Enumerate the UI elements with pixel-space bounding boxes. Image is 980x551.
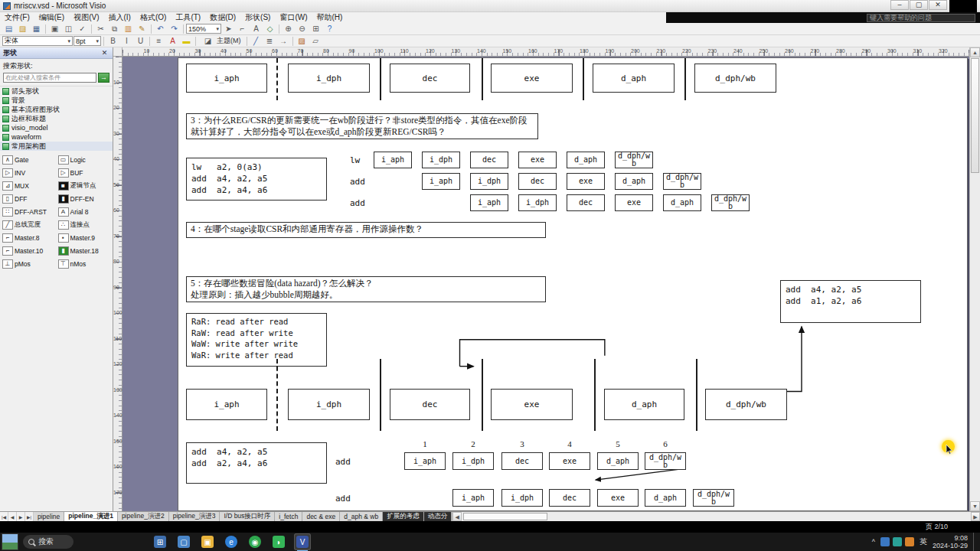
- pipe-stage-d-aph[interactable]: d_aph: [597, 452, 639, 470]
- pipe-stage-dec[interactable]: dec: [549, 489, 590, 507]
- tray-expand-icon[interactable]: ^: [872, 538, 875, 546]
- stencil-item[interactable]: ▮DFF-EN: [57, 192, 113, 205]
- stencil-item[interactable]: ⌐Master.10: [1, 244, 57, 257]
- stencil-item[interactable]: ╱总线宽度: [1, 218, 57, 231]
- menu-item[interactable]: 插入(I): [103, 12, 135, 23]
- stencil-item[interactable]: ∴连接点: [57, 218, 113, 231]
- sheet-nav-button[interactable]: ◀: [8, 512, 17, 521]
- search-go-button[interactable]: →: [98, 73, 109, 83]
- bold-icon[interactable]: B: [106, 36, 119, 47]
- drawing-canvas[interactable]: 1020304050607080901001101201301401501601…: [113, 47, 980, 511]
- open-folder-icon[interactable]: ▨: [16, 24, 29, 34]
- close-icon[interactable]: ✕: [100, 49, 109, 57]
- sheet-tab[interactable]: pipeline_演进2: [118, 512, 169, 521]
- line-weight-icon[interactable]: ≣: [263, 36, 276, 47]
- stage-box-i-dph[interactable]: i_dph: [288, 389, 370, 420]
- horizontal-scroll-thumb[interactable]: [463, 513, 547, 520]
- remote-desktop-icon[interactable]: ▢: [175, 533, 192, 550]
- pipe-stage-d-aph[interactable]: d_aph: [645, 489, 686, 507]
- stage-separator[interactable]: [583, 58, 584, 100]
- vertical-ruler[interactable]: 1020304050607080901001101201301401501601…: [113, 57, 122, 511]
- close-button[interactable]: ✕: [929, 0, 947, 10]
- horizontal-ruler[interactable]: 1020304050607080901001101201301401501601…: [122, 47, 969, 57]
- menu-item[interactable]: 工具(T): [171, 12, 205, 23]
- stage-box-dec[interactable]: dec: [390, 389, 470, 420]
- connector-tool-icon[interactable]: ⌐: [236, 24, 249, 34]
- pipe-stage-dec[interactable]: dec: [567, 194, 605, 211]
- pipe-stage-d-aph[interactable]: d_aph: [663, 194, 701, 211]
- pan-icon[interactable]: ⊞: [309, 24, 322, 34]
- font-name-select[interactable]: 宋体 ▾: [2, 36, 73, 46]
- stencil-item[interactable]: ⊤nMos: [57, 257, 113, 270]
- pipe-stage-d-dph-wb[interactable]: d_dph/wb: [663, 173, 701, 190]
- help-icon[interactable]: ?: [323, 24, 336, 34]
- stage-separator[interactable]: [482, 58, 483, 100]
- stencil-item[interactable]: ∷DFF-ARST: [1, 205, 57, 218]
- edge-browser-icon[interactable]: e: [223, 533, 240, 550]
- drawing-tools-icon[interactable]: ◇: [263, 24, 276, 34]
- maximize-button[interactable]: ▢: [910, 0, 928, 10]
- pipe-stage-exe[interactable]: exe: [567, 173, 605, 190]
- menu-item[interactable]: 窗口(W): [275, 12, 312, 23]
- visio-taskbar-icon[interactable]: V: [294, 533, 311, 550]
- stage-box-i-aph[interactable]: i_aph: [186, 389, 267, 420]
- stage-separator[interactable]: [684, 58, 686, 100]
- writeback-up-arrow[interactable]: [786, 327, 802, 392]
- tray-icon-teal[interactable]: [893, 537, 902, 546]
- stencil-category-open[interactable]: 常用架构图: [0, 142, 113, 151]
- stage-box-i-dph[interactable]: i_dph: [288, 64, 370, 93]
- stencil-item[interactable]: ▯DFF: [1, 192, 57, 205]
- stencil-item[interactable]: ■逻辑节点: [57, 179, 113, 192]
- stencil-category[interactable]: 基本流程图形状: [0, 105, 113, 114]
- vertical-scrollbar[interactable]: ▲ ▼: [969, 47, 980, 511]
- pipe-stage-i-dph[interactable]: i_dph: [470, 173, 508, 190]
- stencil-item[interactable]: ⌐Master.8: [1, 231, 57, 244]
- stage-box-d-aph[interactable]: d_aph: [604, 389, 684, 420]
- zoom-out-icon[interactable]: ⊖: [296, 24, 309, 34]
- menu-item[interactable]: 文件(F): [0, 12, 34, 23]
- stencil-item[interactable]: ▭Logic: [57, 153, 113, 166]
- redo-icon[interactable]: ↷: [168, 24, 181, 34]
- pipe-stage-i-aph[interactable]: i_aph: [470, 194, 508, 211]
- pipe-stage-i-dph[interactable]: i_dph: [422, 152, 460, 168]
- stage-separator-dashed[interactable]: [276, 359, 278, 431]
- print-preview-icon[interactable]: ◫: [62, 24, 75, 34]
- save-icon[interactable]: ▦: [30, 24, 43, 34]
- sheet-nav-button[interactable]: ▶|: [25, 512, 34, 521]
- zoom-level-select[interactable]: 150%▾: [186, 24, 221, 34]
- pipe-stage-exe[interactable]: exe: [615, 194, 653, 211]
- sheet-tab[interactable]: d_aph & wb: [340, 512, 383, 521]
- pipe-stage-d-dph-wb[interactable]: d_dph/wb: [711, 194, 750, 211]
- italic-icon[interactable]: I: [120, 36, 133, 47]
- stencil-item[interactable]: ▮Master.18: [57, 244, 113, 257]
- sheet-tab[interactable]: pipeline: [34, 512, 64, 521]
- stage-box-i-aph[interactable]: i_aph: [186, 64, 267, 93]
- pipe-stage-exe[interactable]: exe: [597, 489, 639, 507]
- underline-icon[interactable]: U: [134, 36, 147, 47]
- scroll-left-arrow[interactable]: ◀: [452, 512, 462, 521]
- show-desktop-button[interactable]: [973, 533, 975, 551]
- stage-box-d-dph-wb[interactable]: d_dph/wb: [694, 64, 776, 93]
- tray-icon-orange[interactable]: [905, 537, 914, 546]
- align-left-icon[interactable]: ≡: [152, 36, 165, 47]
- pipe-stage-d-aph[interactable]: d_aph: [567, 152, 605, 168]
- pipe-stage-d-aph[interactable]: d_aph: [615, 173, 653, 190]
- stencil-item[interactable]: ▪Master.9: [57, 231, 113, 244]
- minimize-button[interactable]: –: [890, 0, 909, 10]
- pipe-stage-i-dph[interactable]: i_dph: [501, 489, 543, 507]
- pipe-stage-i-aph[interactable]: i_aph: [374, 152, 412, 168]
- pipe-stage-exe[interactable]: exe: [549, 452, 590, 470]
- zoom-in-icon[interactable]: ⊕: [282, 24, 295, 34]
- taskbar-clock[interactable]: 9:08 2024-10-29: [933, 534, 968, 549]
- sheet-tab[interactable]: 扩展的考虑: [383, 512, 424, 521]
- stage-separator[interactable]: [696, 359, 697, 431]
- shadow-icon[interactable]: ▱: [309, 36, 322, 47]
- stage-box-exe[interactable]: exe: [491, 64, 573, 93]
- pipe-stage-dec[interactable]: dec: [470, 152, 508, 168]
- sheet-tab[interactable]: 动态分: [424, 512, 452, 521]
- stage-box-d-aph[interactable]: d_aph: [593, 64, 675, 93]
- pipe-stage-d-dph-wb[interactable]: d_dph/wb: [645, 452, 686, 470]
- menu-item[interactable]: 视图(V): [69, 12, 103, 23]
- format-painter-icon[interactable]: ✎: [136, 24, 149, 34]
- stencil-item[interactable]: ∧Gate: [1, 153, 57, 166]
